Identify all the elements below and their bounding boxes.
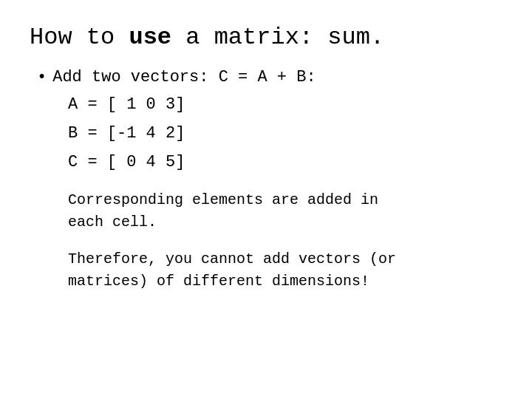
title-bold: use [129, 24, 171, 51]
bullet-item: • Add two vectors: C = A + B: [37, 68, 502, 86]
paragraph-2-line2: matrices) of different dimensions! [68, 270, 502, 293]
paragraph-1-line1: Corresponding elements are added in [68, 189, 502, 211]
paragraph-1-line2: each cell. [68, 211, 502, 233]
bullet-label: Add two vectors: C = A + B: [52, 68, 316, 86]
bullet-dot: • [37, 68, 47, 86]
code-line-1: A = [ 1 0 3] [68, 92, 502, 117]
title-part2: a matrix: sum. [171, 24, 384, 51]
paragraph-2-line1: Therefore, you cannot add vectors (or [68, 248, 502, 270]
code-line-3: C = [ 0 4 5] [68, 150, 502, 174]
paragraph-1: Corresponding elements are added in each… [68, 189, 502, 233]
slide-container: How to use a matrix: sum. • Add two vect… [0, 0, 532, 399]
code-line-2: B = [-1 4 2] [68, 121, 502, 146]
slide-title: How to use a matrix: sum. [30, 22, 502, 53]
bullet-section: • Add two vectors: C = A + B: A = [ 1 0 … [30, 68, 502, 293]
title-part1: How to [30, 24, 129, 51]
paragraph-2: Therefore, you cannot add vectors (or ma… [68, 248, 502, 293]
